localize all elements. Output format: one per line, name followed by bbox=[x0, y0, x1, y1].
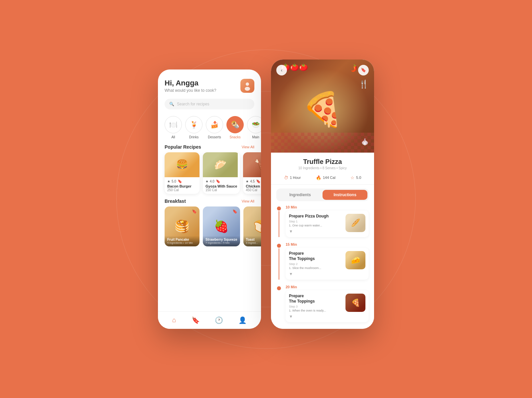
category-drinks-label: Drinks bbox=[189, 135, 199, 139]
greeting-title: Hi, Angga bbox=[165, 79, 216, 87]
nav-home[interactable]: ⌂ bbox=[172, 316, 176, 324]
timeline-item-2: 15 Min PrepareThe Toppings Step 2 1. Sli… bbox=[276, 242, 369, 280]
timeline-time-3: 20 Min bbox=[286, 285, 369, 289]
nav-profile[interactable]: 👤 bbox=[238, 316, 247, 324]
popular-recipes-view-all[interactable]: View All bbox=[242, 145, 254, 149]
timeline-item-3: 20 Min PrepareThe Toppings Step 3 1. Whe… bbox=[276, 285, 369, 322]
popular-recipes-title: Popular Recipes bbox=[165, 144, 201, 150]
recipe-title-section: Truffle Pizza 10 Ingredients • 8 Serves … bbox=[271, 153, 374, 173]
timeline-time-2: 15 Min bbox=[286, 242, 369, 246]
tab-instructions[interactable]: Instructions bbox=[323, 190, 367, 200]
recipe-card-gyoza[interactable]: 🥟 ★ 4.0 🔖 Gyoza With Sauce 150 Cal bbox=[203, 152, 240, 194]
avatar[interactable] bbox=[240, 79, 254, 93]
breakfast-card-strawberry[interactable]: 🍓 Strawberry Squeeze 7 ingredients • 5 M… bbox=[203, 206, 240, 246]
stat-cal-label: 144 Cal bbox=[323, 176, 335, 180]
category-desserts[interactable]: 🍰 Desserts bbox=[206, 116, 223, 139]
recipe-gyoza-name: Gyoza With Sauce bbox=[205, 184, 237, 188]
recipe-gyoza-cal: 150 Cal bbox=[205, 188, 237, 192]
breakfast-card-toast[interactable]: 🍞 Toast 3 Ingred... 🔖 bbox=[243, 206, 261, 246]
nav-bookmark[interactable]: 🔖 bbox=[192, 316, 200, 324]
recipe-burger-name: Bacon Burger bbox=[167, 184, 197, 188]
step-thumb-2: 🧀 bbox=[345, 251, 365, 269]
category-drinks-icon: 🍹 bbox=[185, 116, 202, 133]
bookmark-burger[interactable]: 🔖 bbox=[178, 179, 182, 184]
recipe-stats: ⏱ 1 Hour 🔥 144 Cal ☆ 5.0 bbox=[271, 173, 374, 185]
breakfast-title: Breakfast bbox=[165, 199, 186, 204]
category-all[interactable]: 🍽️ All bbox=[165, 116, 182, 139]
popular-recipes-list: 🍔 ★ 5.0 🔖 Bacon Burger 250 Cal 🥟 bbox=[158, 152, 261, 197]
instructions-timeline: 10 Min Prepare Pizza Dough Step 1 1. One… bbox=[271, 205, 374, 329]
stat-time-label: 1 Hour bbox=[290, 176, 301, 180]
step-card-2[interactable]: PrepareThe Toppings Step 2 1. Slice the … bbox=[286, 248, 369, 280]
timeline-content-1: 10 Min Prepare Pizza Dough Step 1 1. One… bbox=[286, 205, 369, 237]
recipe-gyoza-rating: 4.0 bbox=[210, 180, 214, 183]
phones-container: Hi, Angga What would you like to cook? 🔍… bbox=[158, 69, 374, 329]
bookmark-gyoza[interactable]: 🔖 bbox=[216, 179, 220, 184]
save-button[interactable]: 🔖 bbox=[358, 65, 369, 75]
garlic-decoration: 🧄 bbox=[361, 138, 369, 146]
stat-rating: ☆ 5.0 bbox=[350, 175, 361, 180]
recipe-card-steak[interactable]: 🍗 ★ 4.5 🔖 Chicken Steak 450 Cal bbox=[243, 152, 261, 194]
timeline-dot-2 bbox=[277, 244, 281, 248]
stat-cal: 🔥 144 Cal bbox=[316, 175, 335, 180]
stat-time: ⏱ 1 Hour bbox=[284, 175, 301, 180]
fork-decoration: 🍴 bbox=[359, 79, 369, 89]
step-expand-2[interactable]: ▼ bbox=[289, 272, 343, 276]
bookmark-steak[interactable]: 🔖 bbox=[256, 179, 261, 184]
recipe-tabs: Ingredients Instructions bbox=[276, 189, 369, 201]
timeline-item-1: 10 Min Prepare Pizza Dough Step 1 1. One… bbox=[276, 205, 369, 237]
step-title-2: PrepareThe Toppings bbox=[289, 251, 343, 261]
category-main[interactable]: 🥗 Main bbox=[247, 116, 261, 139]
search-bar[interactable]: 🔍 Search for recipes bbox=[165, 99, 254, 109]
step-card-1[interactable]: Prepare Pizza Dough Step 1 1. One cup wa… bbox=[286, 210, 369, 237]
recipe-gyoza-image: 🥟 bbox=[203, 152, 238, 177]
timeline-line-1 bbox=[279, 211, 279, 237]
step-desc-1: 1. One cup warm water... bbox=[289, 224, 343, 227]
fire-icon: 🔥 bbox=[316, 175, 321, 180]
category-snacks[interactable]: 🌯 Snacks bbox=[226, 116, 244, 139]
recipe-card-burger[interactable]: 🍔 ★ 5.0 🔖 Bacon Burger 250 Cal bbox=[165, 152, 200, 194]
category-main-label: Main bbox=[252, 135, 259, 139]
step-card-3[interactable]: PrepareThe Toppings Step 3 1. When the o… bbox=[286, 290, 369, 322]
breakfast-view-all[interactable]: View All bbox=[242, 199, 254, 203]
recipe-title: Truffle Pizza bbox=[278, 158, 367, 166]
timeline-line-2 bbox=[279, 248, 279, 280]
recipe-burger-image: 🍔 bbox=[165, 152, 200, 177]
breakfast-list: 🥞 Fruit Pancake 5 ingredients • 10 Min 🔖… bbox=[158, 206, 261, 246]
star-icon-gyoza: ★ bbox=[205, 180, 208, 183]
breakfast-header: Breakfast View All bbox=[158, 197, 261, 206]
step-num-1: Step 1 bbox=[289, 220, 343, 223]
step-text-1: Prepare Pizza Dough Step 1 1. One cup wa… bbox=[289, 214, 343, 234]
step-text-3: PrepareThe Toppings Step 3 1. When the o… bbox=[289, 294, 343, 319]
timeline-dot-3 bbox=[277, 286, 281, 290]
step-text-2: PrepareThe Toppings Step 2 1. Slice the … bbox=[289, 251, 343, 276]
stat-rating-label: 5.0 bbox=[356, 176, 361, 180]
timeline-content-2: 15 Min PrepareThe Toppings Step 2 1. Sli… bbox=[286, 242, 369, 280]
greeting-section: Hi, Angga What would you like to cook? bbox=[165, 79, 216, 93]
recipe-steak-name: Chicken Steak bbox=[246, 184, 261, 188]
breakfast-card-pancake[interactable]: 🥞 Fruit Pancake 5 ingredients • 10 Min 🔖 bbox=[165, 206, 200, 246]
step-desc-3: 1. When the oven is ready... bbox=[289, 309, 343, 312]
nav-history[interactable]: 🕐 bbox=[215, 316, 223, 324]
step-expand-1[interactable]: ▼ bbox=[289, 229, 343, 234]
timeline-dot-col-2 bbox=[276, 242, 282, 280]
p1-header: Hi, Angga What would you like to cook? bbox=[158, 69, 261, 96]
timeline-dot-1 bbox=[277, 206, 281, 210]
timeline-dot-col-3 bbox=[276, 285, 282, 322]
back-button[interactable]: ‹ bbox=[276, 65, 287, 75]
pizza-image: 🍕 bbox=[302, 90, 343, 129]
svg-point-1 bbox=[245, 87, 250, 91]
step-desc-2: 1. Slice the mushroom... bbox=[289, 266, 343, 270]
recipe-steak-rating: 4.5 bbox=[250, 180, 255, 183]
bottom-nav: ⌂ 🔖 🕐 👤 bbox=[158, 311, 261, 329]
category-all-label: All bbox=[171, 135, 175, 139]
tab-ingredients[interactable]: Ingredients bbox=[278, 190, 323, 200]
category-all-icon: 🍽️ bbox=[165, 116, 182, 133]
bookmark-strawberry[interactable]: 🔖 bbox=[232, 209, 237, 214]
step-expand-3[interactable]: ▼ bbox=[289, 314, 343, 319]
category-drinks[interactable]: 🍹 Drinks bbox=[185, 116, 202, 139]
recipe-meta: 10 Ingredients • 8 Serves • Spicy bbox=[278, 166, 367, 170]
category-snacks-label: Snacks bbox=[230, 135, 241, 139]
bookmark-pancake[interactable]: 🔖 bbox=[192, 209, 197, 214]
phone2: 🍅🍅🍅 🌶️ 🍕 🍴 🧄 ‹ 🔖 Truffle Pizza 10 Ingred… bbox=[271, 60, 374, 329]
